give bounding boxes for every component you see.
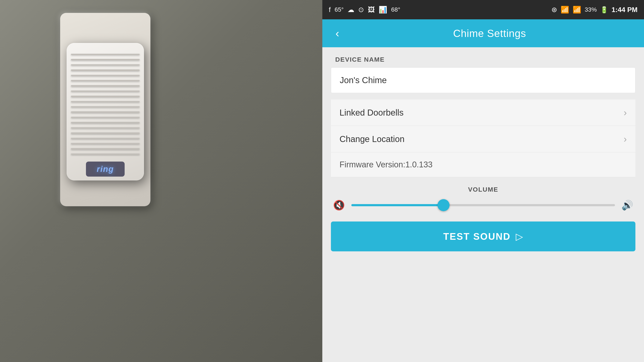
linked-doorbells-item[interactable]: Linked Doorbells › <box>331 100 636 126</box>
volume-section: VOLUME 🔇 🔊 <box>322 186 644 211</box>
cellular-icon: 📶 <box>573 6 581 14</box>
ring-logo-area: ring <box>86 162 125 176</box>
vent-line <box>71 106 140 108</box>
change-location-item[interactable]: Change Location › <box>331 126 636 152</box>
vent-line <box>71 127 140 128</box>
facebook-icon: f <box>329 6 331 14</box>
volume-thumb[interactable] <box>438 199 450 211</box>
ring-logo: ring <box>97 164 114 174</box>
vent-line <box>71 80 140 81</box>
vent-line <box>71 117 140 118</box>
device-name-value: Jon's Chime <box>340 76 387 85</box>
vent-lines <box>71 50 140 159</box>
vent-line <box>71 90 140 92</box>
content-area: DEVICE NAME Jon's Chime Linked Doorbells… <box>322 47 644 362</box>
volume-label: VOLUME <box>331 186 636 193</box>
vent-line <box>71 138 140 139</box>
vent-line <box>71 70 140 71</box>
photo-panel: ring <box>0 0 322 362</box>
test-sound-button[interactable]: TEST SOUND ▷ <box>331 222 636 251</box>
chime-device: ring <box>66 43 144 180</box>
app-header: ‹ Chime Settings <box>322 19 644 47</box>
change-location-chevron-icon: › <box>624 134 627 144</box>
vent-line <box>71 64 140 66</box>
wifi-signal-icon: ⊙ <box>358 6 364 14</box>
test-sound-label: TEST SOUND <box>443 231 511 242</box>
linked-doorbells-chevron-icon: › <box>624 107 627 118</box>
page-title: Chime Settings <box>344 28 636 39</box>
vent-line <box>71 148 140 149</box>
wifi-icon: 📶 <box>561 6 569 14</box>
status-right: ⊛ 📶 📶 33% 🔋 1:44 PM <box>552 6 638 14</box>
battery-pct: 33% <box>585 6 597 13</box>
clock-display: 1:44 PM <box>612 6 638 14</box>
chart-icon: 📊 <box>378 6 387 14</box>
vent-line <box>71 143 140 144</box>
vent-line <box>71 132 140 134</box>
vent-line <box>71 111 140 112</box>
firmware-row: Firmware Version:1.0.133 <box>331 152 636 177</box>
vent-line <box>71 154 140 155</box>
vent-line <box>71 122 140 123</box>
volume-fill <box>351 204 444 206</box>
change-location-label: Change Location <box>340 134 624 144</box>
image-icon: 🖼 <box>368 6 375 14</box>
app-panel: f 65° ☁ ⊙ 🖼 📊 68° ⊛ 📶 📶 33% 🔋 1:44 PM ‹ … <box>322 0 644 362</box>
status-bar: f 65° ☁ ⊙ 🖼 📊 68° ⊛ 📶 📶 33% 🔋 1:44 PM <box>322 0 644 19</box>
weather-icon: ☁ <box>348 6 354 14</box>
loud-icon: 🔊 <box>622 200 633 211</box>
vent-line <box>71 54 140 55</box>
mute-icon: 🔇 <box>333 200 345 211</box>
vent-line <box>71 85 140 86</box>
vent-line <box>71 101 140 102</box>
device-name-field[interactable]: Jon's Chime <box>331 68 636 93</box>
temperature2-display: 68° <box>391 6 400 13</box>
vent-line <box>71 59 140 60</box>
volume-slider[interactable] <box>351 204 615 206</box>
device-name-section-label: DEVICE NAME <box>322 47 644 68</box>
battery-icon: 🔋 <box>600 6 608 14</box>
bluetooth-icon: ⊛ <box>552 6 557 14</box>
linked-doorbells-label: Linked Doorbells <box>340 108 624 118</box>
wall-background <box>0 0 322 362</box>
play-icon: ▷ <box>516 231 523 242</box>
temperature-display: 65° <box>334 6 344 13</box>
back-arrow-icon: ‹ <box>336 28 339 39</box>
back-button[interactable]: ‹ <box>331 27 344 40</box>
volume-row: 🔇 🔊 <box>331 200 636 211</box>
vent-line <box>71 75 140 76</box>
firmware-version: Firmware Version:1.0.133 <box>340 160 432 169</box>
vent-line <box>71 96 140 97</box>
